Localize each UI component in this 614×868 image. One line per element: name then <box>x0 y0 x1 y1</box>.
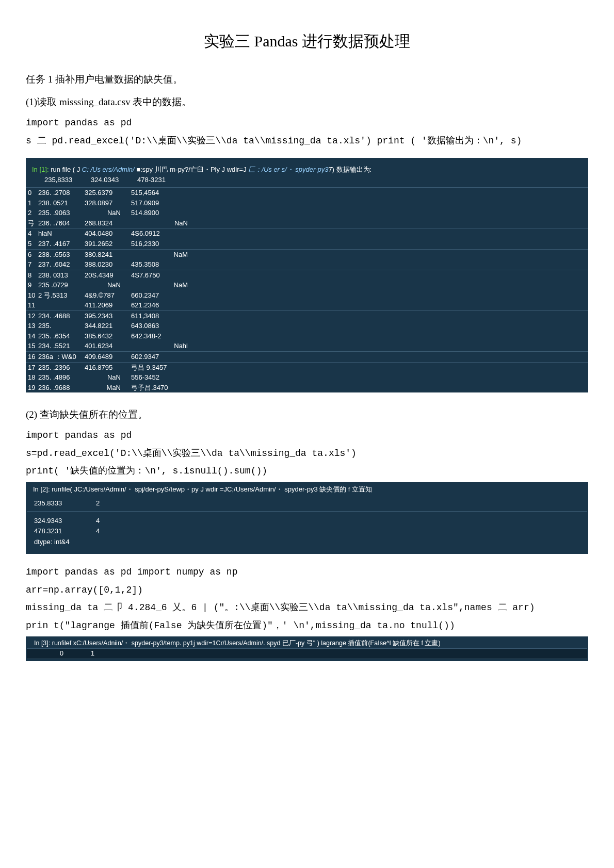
col-header: 1 <box>91 649 122 659</box>
row-index: 7 <box>26 260 38 269</box>
table-row: 4hlaN404.04804S6.0912 <box>26 228 588 239</box>
code-line: missing_da ta 二卩 4.284_6 乂。6 | ("。:\\桌面\… <box>26 600 588 616</box>
cell: 236. .9688 <box>38 383 85 392</box>
code-line: import pandas as pd <box>26 115 588 131</box>
row-index: 19 <box>26 383 38 392</box>
table-row: 12234. .4688395.2343611,3408 <box>26 310 588 321</box>
table-row: 弓236. .7604268.8324NaN <box>26 218 588 228</box>
cell: 234. .5521 <box>38 341 85 351</box>
cell: 20S.4349 <box>85 271 131 280</box>
cell: 2 <box>96 498 127 509</box>
cell: 238. .6563 <box>38 250 85 259</box>
cell: 516,2330 <box>131 239 188 249</box>
row-index: 13 <box>26 321 38 331</box>
table-row: 16236a ：W&0409.6489602.9347 <box>26 351 588 362</box>
text: runfilef x <box>50 640 76 647</box>
task-1-heading: 任务 1 插补用户电量数据的缺失值。 <box>26 73 588 86</box>
cell: 395.2343 <box>85 312 131 321</box>
cell: 515,4564 <box>131 188 188 198</box>
row-index: 18 <box>26 373 38 382</box>
table-row: 7237. .6042388.0230435.3508 <box>26 259 588 270</box>
table-row: 14235. .6354385.6432642.348-2 <box>26 331 588 341</box>
code-line: prin t("lagrange 插值前(False 为缺失值所在位置)"，' … <box>26 618 588 634</box>
col-header: 324.0343 <box>91 175 137 185</box>
console-run-line: In [2]: runfile( JC:/Users/Admin/・ spj/d… <box>27 484 587 498</box>
path: C:/Users/Adniin/・ spyder-py3/temp. py <box>76 640 190 647</box>
cell: 4&9.©787 <box>85 291 131 300</box>
cell: 643.0863 <box>131 321 188 331</box>
cell: 621.2346 <box>131 301 188 310</box>
code-line: s 二 pd.read_excel('D:\\桌面\\实验三\\da ta\\m… <box>26 133 588 149</box>
console-output-3: In [3]: runfilef xC:/Users/Adniin/・ spyd… <box>26 636 588 661</box>
cell: 435.3508 <box>131 260 188 269</box>
table-row: 17235. .2396416.8795弓吕 9.3457 <box>26 362 588 373</box>
cell: 478.3231 <box>34 526 96 537</box>
cell: NaN <box>85 373 131 382</box>
row-index: 10 <box>26 291 38 300</box>
col-header: 0 <box>60 649 91 659</box>
row-index: 9 <box>26 281 38 290</box>
console-output-2: In [2]: runfile( JC:/Users/Admin/・ spj/d… <box>26 482 588 554</box>
cell: 324.9343 <box>34 516 96 527</box>
cell: NaN <box>85 208 131 218</box>
cell: 235 .0729 <box>38 281 85 290</box>
col-header <box>34 649 60 659</box>
code-line: print( '缺失值的位置为：\n', s.isnull().sum()) <box>26 463 588 479</box>
text: run file ( J <box>49 166 82 173</box>
cell: 660.2347 <box>131 291 188 300</box>
cell: 235.8333 <box>34 498 96 509</box>
row-index: 6 <box>26 250 38 259</box>
cell: 235. .4896 <box>38 373 85 382</box>
table-row: 1238. 0521328.0897517.0909 <box>26 198 588 208</box>
cell: 404.0480 <box>85 229 131 238</box>
cell: 325.6379 <box>85 188 131 198</box>
cell: 411.2069 <box>85 301 131 310</box>
col-header: 478-3231 <box>137 175 194 185</box>
cell: Nahl <box>131 341 188 351</box>
cell: 401.6234 <box>85 341 131 351</box>
cell: 235. .6354 <box>38 332 85 341</box>
code-line: import pandas as pd import numpy as np <box>26 564 588 580</box>
cell: 235. .2396 <box>38 363 85 372</box>
table-row: 18235. .4896NaN556-3452 <box>26 372 588 383</box>
dtype-row: dtype: int&4 <box>27 537 587 548</box>
text: runfile( J <box>50 485 77 493</box>
row-index: 8 <box>26 271 38 280</box>
cell: 237. .6042 <box>38 260 85 269</box>
table-row: 8238. 031320S.43494S7.6750 <box>26 270 588 281</box>
cell: 328.0897 <box>85 199 131 208</box>
table-row: 6238. .6563380.8241NaM <box>26 249 588 260</box>
row-index: 11 <box>26 301 38 310</box>
code-line: import pandas as pd <box>26 428 588 444</box>
table-header: 235,8333 324.0343 478-3231 <box>32 174 582 187</box>
cell: NaN <box>85 281 131 290</box>
cell: 2 弓.5313 <box>38 291 85 300</box>
table-row: 324.9343 4 <box>27 516 587 527</box>
cell: 238. 0313 <box>38 271 85 280</box>
row-index: 17 <box>26 363 38 372</box>
row-index: 4 <box>26 229 38 238</box>
cell <box>38 301 85 310</box>
code-line: s=pd.read_excel('D:\\桌面\\实验三\\da ta\\mis… <box>26 446 588 462</box>
cell: 4S6.0912 <box>131 229 188 238</box>
path: Cr/Users/Admin/. spyd 已厂-py 弓" ) <box>216 640 319 647</box>
row-index: 16 <box>26 352 38 362</box>
row-index: 0 <box>26 188 38 198</box>
table-row: 13235.344.8221643.0863 <box>26 321 588 331</box>
cell: 弓吕 9.3457 <box>131 363 188 372</box>
console-run-line: In [1]: run file ( J C: /Us ers/Admin/ ■… <box>32 165 582 174</box>
path: C:/Users/Admin/・ spj/der-pyS/tewp・py <box>77 485 199 493</box>
cell: 391.2652 <box>85 239 131 249</box>
row-index: 2 <box>26 208 38 218</box>
cell: 344.8221 <box>85 321 131 331</box>
text: J wdir =J <box>199 485 227 493</box>
code-line: arr=np.array([0,1,2]) <box>26 582 588 598</box>
cell: 235. <box>38 321 85 331</box>
page-title: 实验三 Pandas 进行数据预处理 <box>26 31 588 52</box>
cell: 4 <box>96 526 127 537</box>
cell: NaM <box>131 250 188 259</box>
table-row: 478.3231 4 <box>27 526 587 537</box>
cell: 611,3408 <box>131 312 188 321</box>
table-row: 11411.2069621.2346 <box>26 300 588 310</box>
prompt-label: In [1]: <box>32 166 49 173</box>
